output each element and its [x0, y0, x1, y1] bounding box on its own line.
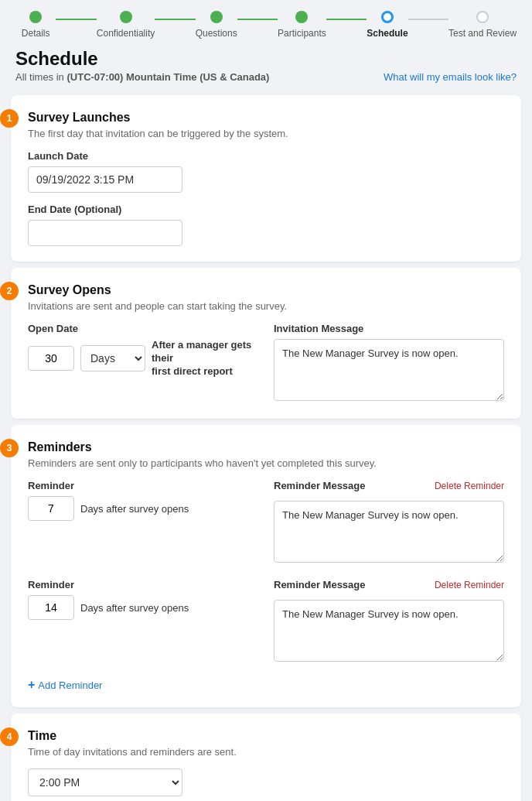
end-date-label: End Date (Optional)	[28, 204, 504, 215]
end-date-field: End Date (Optional)	[28, 204, 504, 246]
days-select[interactable]: Days Weeks Months	[80, 345, 145, 371]
survey-opens-subtitle: Invitations are sent and people can star…	[28, 300, 504, 312]
timezone-text: All times in (UTC-07:00) Mountain Time (…	[15, 71, 269, 83]
progress-bar: Details Confidentiality Questions Partic…	[0, 0, 532, 39]
survey-launches-card: 1 Survey Launches The first day that inv…	[11, 95, 521, 262]
step-questions[interactable]: Questions	[196, 11, 237, 39]
reminder-1-delete[interactable]: Delete Reminder	[435, 481, 504, 491]
survey-launches-subtitle: The first day that invitation can be tri…	[28, 128, 504, 139]
reminder-2-delete[interactable]: Delete Reminder	[435, 580, 504, 590]
launch-date-label: Launch Date	[28, 150, 504, 162]
reminder-2-days-text: Days after survey opens	[80, 602, 189, 614]
page-title: Schedule	[15, 48, 517, 70]
reminder-2-message-input[interactable]: The New Manager Survey is now open.	[274, 600, 504, 662]
step-confidentiality[interactable]: Confidentiality	[97, 11, 155, 39]
add-reminder-icon: +	[28, 678, 35, 692]
survey-launches-title: Survey Launches	[28, 111, 504, 125]
step-label-questions: Questions	[196, 28, 237, 39]
reminder-1-days-input[interactable]	[28, 496, 74, 521]
reminder-2-cols: Reminder Days after survey opens Reminde…	[28, 579, 504, 664]
add-reminder-label: Add Reminder	[38, 679, 102, 691]
reminder-2-msg-label: Reminder Message	[274, 579, 366, 590]
timezone-row: All times in (UTC-07:00) Mountain Time (…	[15, 71, 517, 83]
step-label-schedule: Schedule	[367, 28, 408, 39]
reminder-1-days-row: Days after survey opens	[28, 496, 258, 521]
step-label-test-review: Test and Review	[448, 28, 517, 39]
reminder-1-header: Reminder Message Delete Reminder	[274, 480, 504, 491]
step-badge-3: 3	[0, 439, 19, 457]
step-circle-questions	[210, 11, 223, 23]
reminder-1-left: Reminder Days after survey opens	[28, 480, 258, 521]
reminder-2-label: Reminder	[28, 579, 258, 590]
reminder-2-right: Reminder Message Delete Reminder The New…	[274, 579, 504, 664]
reminder-2-days-input[interactable]	[28, 595, 74, 620]
step-circle-schedule	[381, 11, 394, 23]
step-label-details: Details	[22, 28, 50, 39]
step-badge-1: 1	[0, 109, 19, 128]
invitation-message-label: Invitation Message	[274, 323, 504, 334]
step-circle-details	[29, 11, 42, 23]
step-test-review[interactable]: Test and Review	[448, 11, 517, 39]
open-date-col: Open Date Days Weeks Months After a mana…	[28, 323, 258, 378]
step-label-participants: Participants	[278, 28, 326, 39]
launch-date-input[interactable]	[28, 166, 182, 193]
page-header: Schedule All times in (UTC-07:00) Mounta…	[0, 39, 532, 89]
reminder-2-days-row: Days after survey opens	[28, 595, 258, 620]
step-label-confidentiality: Confidentiality	[97, 28, 155, 39]
reminder-item-1: Reminder Days after survey opens Reminde…	[28, 480, 504, 565]
step-circle-test-review	[476, 11, 489, 23]
launch-date-field: Launch Date	[28, 150, 504, 193]
connector-2	[155, 19, 195, 20]
reminders-title: Reminders	[28, 440, 504, 454]
reminder-1-message-input[interactable]: The New Manager Survey is now open.	[274, 501, 504, 563]
reminder-2-header: Reminder Message Delete Reminder	[274, 579, 504, 590]
open-date-row: Days Weeks Months After a manager gets t…	[28, 339, 258, 378]
email-preview-link[interactable]: What will my emails look like?	[384, 71, 517, 83]
end-date-input[interactable]	[28, 220, 182, 246]
step-participants[interactable]: Participants	[278, 11, 326, 39]
connector-3	[237, 19, 278, 20]
time-subtitle: Time of day invitations and reminders ar…	[28, 746, 504, 758]
open-date-description: After a manager gets theirfirst direct r…	[152, 339, 258, 378]
survey-opens-title: Survey Opens	[28, 283, 504, 297]
reminders-subtitle: Reminders are sent only to participants …	[28, 457, 504, 469]
reminder-1-right: Reminder Message Delete Reminder The New…	[274, 480, 504, 565]
connector-5	[408, 19, 448, 20]
open-date-label: Open Date	[28, 323, 258, 334]
survey-opens-card: 2 Survey Opens Invitations are sent and …	[11, 268, 521, 419]
connector-1	[56, 19, 96, 20]
time-card: 4 Time Time of day invitations and remin…	[11, 714, 521, 801]
step-schedule[interactable]: Schedule	[367, 11, 408, 39]
time-select[interactable]: 1:00 AM2:00 AM3:00 AM 4:00 AM5:00 AM6:00…	[28, 768, 182, 796]
step-details[interactable]: Details	[15, 11, 56, 39]
reminder-item-2: Reminder Days after survey opens Reminde…	[28, 579, 504, 664]
connector-4	[326, 19, 367, 20]
reminder-1-days-text: Days after survey opens	[80, 503, 189, 515]
time-title: Time	[28, 729, 504, 743]
invitation-message-col: Invitation Message The New Manager Surve…	[274, 323, 504, 403]
reminder-2-left: Reminder Days after survey opens	[28, 579, 258, 620]
reminder-1-msg-label: Reminder Message	[274, 480, 366, 491]
reminder-1-label: Reminder	[28, 480, 258, 491]
invitation-message-input[interactable]: The New Manager Survey is now open.	[274, 339, 504, 401]
survey-opens-cols: Open Date Days Weeks Months After a mana…	[28, 323, 504, 403]
timezone-value: (UTC-07:00) Mountain Time (US & Canada)	[66, 71, 269, 83]
reminder-1-cols: Reminder Days after survey opens Reminde…	[28, 480, 504, 565]
step-badge-2: 2	[0, 282, 19, 300]
add-reminder-button[interactable]: + Add Reminder	[28, 678, 504, 692]
step-circle-participants	[295, 11, 308, 23]
open-date-days-input[interactable]	[28, 346, 74, 371]
reminders-card: 3 Reminders Reminders are sent only to p…	[11, 425, 521, 707]
step-badge-4: 4	[0, 727, 19, 746]
step-circle-confidentiality	[120, 11, 132, 23]
